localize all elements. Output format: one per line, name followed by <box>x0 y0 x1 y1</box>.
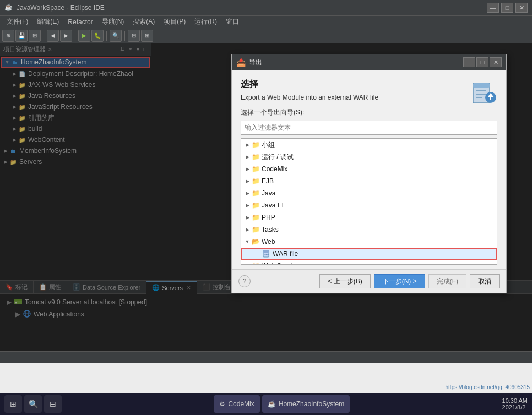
arrow-php: ▶ <box>243 215 251 220</box>
toolbar-back-btn[interactable]: ◀ <box>47 30 59 42</box>
dialog-close-btn[interactable]: ✕ <box>490 57 502 67</box>
dialog-titlebar: 📤 导出 — □ ✕ <box>232 54 506 70</box>
toolbar-window-btn[interactable]: ⊞ <box>141 30 153 42</box>
cancel-button[interactable]: 取消 <box>470 274 500 288</box>
folder-icon-java2: 📁 <box>251 189 260 198</box>
dl-item-run[interactable]: ▶ 📁 运行 / 调试 <box>241 151 497 163</box>
dl-item-codemix[interactable]: ▶ 📁 CodeMix <box>241 163 497 175</box>
dl-item-php[interactable]: ▶ 📁 PHP <box>241 211 497 223</box>
folder-icon-group: 📁 <box>251 140 260 149</box>
codemix-icon: ⚙ <box>219 400 225 408</box>
label-run: 运行 / 调试 <box>262 152 294 162</box>
arrow-web: ▼ <box>243 239 251 244</box>
arrow-war <box>254 251 262 256</box>
export-icon <box>471 79 497 105</box>
watermark: https://blog.csdn.net/qq_40605315 <box>446 384 530 390</box>
title-bar-icon: ☕ <box>4 3 13 12</box>
toolbar: ⊕ 💾 ⊞ ◀ ▶ ▶ 🐛 🔍 ⊟ ⊞ <box>0 28 532 43</box>
menu-file[interactable]: 文件(F) <box>2 16 32 28</box>
start-btn[interactable]: ⊞ <box>4 395 22 413</box>
label-group: 小组 <box>262 140 275 150</box>
menu-navigate[interactable]: 导航(N) <box>97 16 129 28</box>
taskbar-codemix-app[interactable]: ⚙ CodeMix <box>214 395 259 413</box>
menu-search[interactable]: 搜索(A) <box>128 16 159 28</box>
folder-icon-webservices: 📁 <box>251 261 260 265</box>
window-minimize-btn[interactable]: — <box>487 3 499 13</box>
arrow-javaee: ▶ <box>243 203 251 208</box>
menu-refactor[interactable]: Refactor <box>63 17 97 27</box>
svg-rect-1 <box>473 83 490 88</box>
label-ejb: EJB <box>262 177 274 185</box>
label-java2: Java <box>262 189 275 197</box>
taskbar-home-app[interactable]: ☕ HomeZhaoInfoSystem <box>262 395 350 413</box>
toolbar-save-btn[interactable]: 💾 <box>15 30 28 42</box>
toolbar-debug-btn[interactable]: 🐛 <box>91 30 104 42</box>
toolbar-sep-1 <box>44 31 44 41</box>
footer-left: ? <box>238 275 251 287</box>
menu-bar: 文件(F) 编辑(E) Refactor 导航(N) 搜索(A) 项目(P) 运… <box>0 15 532 28</box>
label-php: PHP <box>262 214 275 221</box>
toolbar-perspective-btn[interactable]: ⊟ <box>128 30 140 42</box>
dl-item-web[interactable]: ▼ 📂 Web <box>241 236 497 248</box>
finish-button[interactable]: 完成(F) <box>428 274 466 288</box>
dl-item-tasks[interactable]: ▶ 📁 Tasks <box>241 223 497 236</box>
home-label: HomeZhaoInfoSystem <box>279 400 344 408</box>
folder-icon-run: 📁 <box>251 152 260 161</box>
filter-input[interactable] <box>241 121 497 135</box>
toolbar-new-btn[interactable]: ⊕ <box>2 30 14 42</box>
dialog-subtext: Export a Web Module into an external WAR… <box>241 94 378 101</box>
back-button[interactable]: < 上一步(B) <box>319 274 370 288</box>
label-war: WAR file <box>273 250 298 258</box>
label-tasks: Tasks <box>262 226 279 233</box>
taskbar: ⊞ 🔍 ⊟ ⚙ CodeMix ☕ HomeZhaoInfoSystem 10:… <box>0 393 532 415</box>
window-close-btn[interactable]: ✕ <box>515 3 528 13</box>
footer-right: < 上一步(B) 下一步(N) > 完成(F) 取消 <box>319 274 500 288</box>
dialog-body: 选择 Export a Web Module into an external … <box>232 70 506 269</box>
home-icon: ☕ <box>268 400 276 408</box>
svg-text:WAR: WAR <box>264 253 269 256</box>
dialog-heading: 选择 <box>241 79 378 90</box>
taskbar-taskview-btn[interactable]: ⊟ <box>44 395 62 413</box>
arrow-webservices: ▶ <box>243 263 251 265</box>
date-display: 2021/8/2 <box>502 404 528 411</box>
label-webservices: Web Services <box>262 262 302 265</box>
wizard-tree-list[interactable]: ▶ 📁 小组 ▶ 📁 运行 / 调试 ▶ 📁 CodeMix <box>241 138 497 265</box>
folder-icon-ejb: 📁 <box>251 177 260 185</box>
next-button[interactable]: 下一步(N) > <box>374 274 425 288</box>
menu-edit[interactable]: 编辑(E) <box>32 16 63 28</box>
menu-run[interactable]: 运行(R) <box>190 16 221 28</box>
dialog-maximize-btn[interactable]: □ <box>476 57 488 67</box>
arrow-group: ▶ <box>243 142 251 148</box>
title-bar-title: JavaWorkSpace - Eclipse IDE <box>17 4 486 12</box>
toolbar-search-btn[interactable]: 🔍 <box>110 30 122 42</box>
arrow-ejb: ▶ <box>243 178 251 184</box>
toolbar-forward-btn[interactable]: ▶ <box>60 30 72 42</box>
dl-item-java2[interactable]: ▶ 📁 Java <box>241 187 497 199</box>
dialog-footer: ? < 上一步(B) 下一步(N) > 完成(F) 取消 <box>232 269 506 293</box>
toolbar-sep-3 <box>106 31 107 41</box>
export-icon-area <box>471 79 497 107</box>
window-maximize-btn[interactable]: □ <box>501 3 513 13</box>
toolbar-run-btn[interactable]: ▶ <box>78 30 90 42</box>
label-web: Web <box>262 238 275 245</box>
toolbar-sep-4 <box>124 31 125 41</box>
codemix-label: CodeMix <box>228 400 254 408</box>
time-display: 10:30 AM <box>502 397 528 404</box>
dialog-title: 导出 <box>249 58 462 67</box>
folder-icon-tasks: 📁 <box>251 225 260 234</box>
dl-item-webservices[interactable]: ▶ 📁 Web Services <box>241 260 497 265</box>
dl-item-group[interactable]: ▶ 📁 小组 <box>241 139 497 151</box>
dl-item-ejb[interactable]: ▶ 📁 EJB <box>241 175 497 187</box>
title-bar: ☕ JavaWorkSpace - Eclipse IDE — □ ✕ <box>0 0 532 15</box>
taskbar-search-btn[interactable]: 🔍 <box>24 395 42 413</box>
menu-project[interactable]: 项目(P) <box>159 16 190 28</box>
folder-icon-javaee: 📁 <box>251 201 260 210</box>
dl-item-javaee[interactable]: ▶ 📁 Java EE <box>241 199 497 211</box>
menu-window[interactable]: 窗口 <box>221 16 243 28</box>
help-button[interactable]: ? <box>238 275 251 287</box>
dialog-minimize-btn[interactable]: — <box>463 57 475 67</box>
dl-item-war[interactable]: WAR WAR file <box>241 248 497 260</box>
toolbar-save-all-btn[interactable]: ⊞ <box>29 30 41 42</box>
arrow-java2: ▶ <box>243 190 251 196</box>
label-javaee: Java EE <box>262 201 286 209</box>
